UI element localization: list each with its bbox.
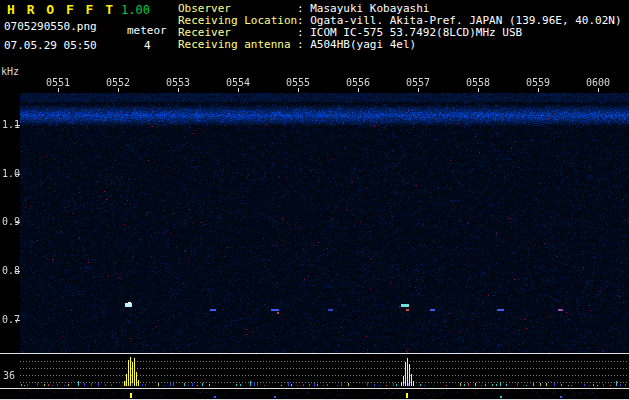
spectrogram-canvas — [0, 88, 629, 400]
x-tick-label: 0554 — [223, 77, 253, 88]
app-version: 1.00 — [121, 3, 150, 17]
x-tick-label: 0557 — [403, 77, 433, 88]
y-tick-label: 0.8 — [2, 265, 19, 276]
x-tick-label: 0552 — [103, 77, 133, 88]
x-tick-label: 0555 — [283, 77, 313, 88]
mode-label: meteor — [127, 24, 167, 37]
x-tick-label: 0559 — [523, 77, 553, 88]
x-tick-label: 0558 — [463, 77, 493, 88]
y-tick-label: 0.9 — [2, 216, 19, 227]
x-tick-label: 0551 — [43, 77, 73, 88]
level-panel-label: 36 — [3, 370, 15, 381]
x-tick-label: 0553 — [163, 77, 193, 88]
y-tick-label: 1.0 — [2, 168, 19, 179]
x-axis-tick-labels: 0551055205530554055505560557055805590600 — [0, 77, 629, 89]
info-label-antenna: Receiving antenna — [178, 39, 297, 51]
y-axis-tick-labels: 1.11.00.90.80.7 — [0, 0, 20, 400]
y-tick-label: 1.1 — [2, 119, 19, 130]
app-title: H R O F F T — [7, 2, 115, 17]
hrofft-output-window: H R O F F T 1.00 0705290550.png meteor 0… — [0, 0, 629, 400]
x-tick-label: 0600 — [583, 77, 613, 88]
x-tick-label: 0556 — [343, 77, 373, 88]
meteor-count: 4 — [144, 39, 151, 52]
info-row-antenna: Receiving antenna: A504HB(yagi 4el) — [178, 39, 416, 51]
y-tick-label: 0.7 — [2, 314, 19, 325]
info-value-antenna: : A504HB(yagi 4el) — [297, 38, 416, 51]
